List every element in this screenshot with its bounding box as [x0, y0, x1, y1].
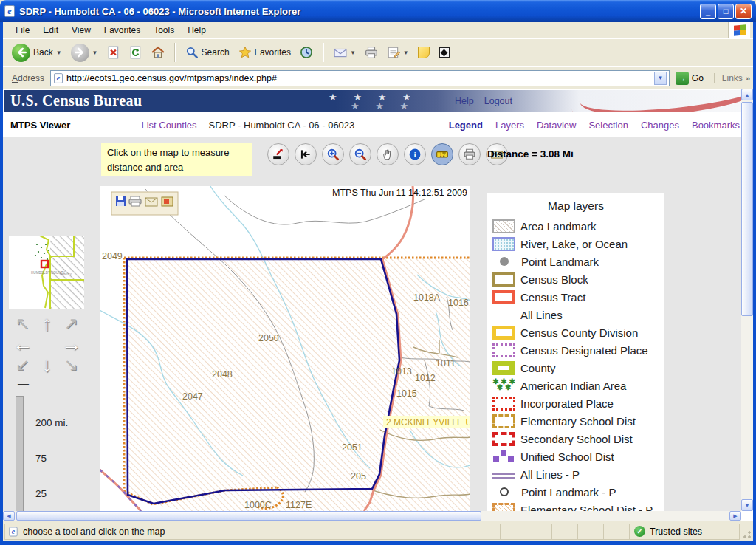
home-button[interactable] — [148, 44, 168, 61]
pan-north-button[interactable]: ↑ — [35, 313, 59, 334]
menu-help[interactable]: Help — [181, 23, 213, 38]
back-icon — [12, 44, 30, 62]
svg-text:i: i — [413, 150, 416, 159]
scroll-right-button[interactable]: ▶ — [729, 511, 741, 521]
pan-south-button[interactable]: ↓ — [35, 354, 59, 375]
current-context: SDRP - Humboldt CA - 06 - 06023 — [209, 120, 355, 131]
toolbar-separator — [323, 43, 324, 62]
nav-link-layers[interactable]: Layers — [495, 120, 524, 131]
address-dropdown-icon[interactable]: ▼ — [654, 72, 667, 85]
email-map-icon[interactable] — [145, 198, 157, 206]
identify-button[interactable]: i — [404, 143, 426, 165]
tract-label: 1012 — [415, 373, 436, 383]
back-button[interactable]: Back ▼ — [9, 42, 65, 64]
nav-link-bookmarks[interactable]: Bookmarks — [692, 120, 740, 131]
address-bar: Address e http://ecots1.geo.census.gov/m… — [3, 66, 753, 89]
mail-button[interactable]: ▼ — [331, 44, 359, 61]
tract-label: 2050 — [258, 333, 279, 343]
horizontal-scroll-thumb[interactable] — [16, 511, 481, 521]
scroll-left-button[interactable]: ◀ — [3, 511, 15, 521]
pan-west-button[interactable]: ← — [10, 334, 35, 354]
forward-button[interactable]: ▼ — [68, 42, 101, 64]
pan-northeast-button[interactable]: ↗ — [59, 313, 83, 334]
legend-label: Area Landmark — [520, 220, 597, 233]
menu-favorites[interactable]: Favorites — [97, 23, 147, 38]
zoom-out-tick[interactable]: — — [18, 377, 29, 389]
map-canvas[interactable]: 20491018A1016205010111013101220481015204… — [100, 186, 470, 511]
scroll-down-button[interactable]: ▼ — [741, 499, 753, 511]
vertical-scroll-thumb[interactable] — [741, 102, 753, 316]
legend-item: Secondary School Dist — [487, 430, 664, 448]
history-button[interactable] — [297, 44, 316, 61]
pan-east-button[interactable]: → — [59, 334, 83, 354]
instruction-box: Click on the map to measure distance and… — [101, 143, 252, 176]
census-banner: ★ ★ ★ ★ ★ ★ ★ U.S. Census Bureau Help Lo… — [4, 90, 741, 112]
sw-block-swatch — [492, 272, 515, 287]
close-button[interactable]: ✕ — [735, 4, 752, 19]
sw-ccd-swatch — [492, 326, 515, 340]
back-dropdown-icon[interactable]: ▼ — [56, 49, 62, 56]
nav-link-selection[interactable]: Selection — [588, 120, 628, 131]
browser-window: e SDRP - Humboldt CA - 06 - 06023 - Micr… — [0, 0, 756, 545]
pan-southeast-button[interactable]: ↘ — [59, 354, 83, 375]
nav-link-dataview[interactable]: Dataview — [537, 120, 576, 131]
legend-label: River, Lake, or Ocean — [520, 238, 628, 250]
pan-southwest-button[interactable]: ↙ — [10, 354, 35, 375]
zoom-scale-track[interactable] — [16, 396, 24, 511]
sw-area-swatch — [492, 219, 515, 233]
legend-label: American Indian Area — [520, 380, 626, 392]
measure-button[interactable]: 1 2 — [431, 143, 453, 165]
overview-map[interactable]: HUMBOLDT COUNTY TRINITY — [9, 236, 84, 309]
stop-button[interactable] — [104, 44, 123, 61]
pan-button[interactable] — [377, 143, 399, 165]
menu-edit[interactable]: Edit — [36, 23, 65, 38]
horizontal-scrollbar[interactable]: ◀ ▶ — [3, 511, 741, 521]
pan-northwest-button[interactable]: ↖ — [10, 313, 35, 334]
save-map-icon[interactable] — [116, 196, 126, 206]
scale-label-200mi[interactable]: 200 mi. — [35, 417, 68, 428]
legend-label: Point Landmark — [521, 256, 599, 268]
svg-text:2 MCKINLEYVILLE UN: 2 MCKINLEYVILLE UN — [386, 417, 470, 428]
menu-file[interactable]: File — [9, 23, 36, 38]
search-button[interactable]: Search — [182, 44, 233, 61]
menu-tools[interactable]: Tools — [147, 23, 181, 38]
nav-link-legend[interactable]: Legend — [449, 120, 483, 131]
minimize-button[interactable]: _ — [700, 4, 716, 19]
nav-link-changes[interactable]: Changes — [641, 120, 679, 131]
forward-dropdown-icon[interactable]: ▼ — [92, 49, 98, 56]
status-bar: e choose a tool and click on the map ✓ T… — [3, 521, 753, 541]
print-button[interactable] — [362, 44, 381, 61]
edit-button[interactable]: ▼ — [384, 44, 412, 61]
previous-extent-button[interactable] — [295, 143, 317, 165]
list-counties-link[interactable]: List Counties — [141, 120, 196, 131]
zoom-in-button[interactable] — [322, 143, 344, 165]
sticky-note-button[interactable] — [415, 45, 433, 60]
menu-items: FileEditViewFavoritesToolsHelp — [9, 25, 213, 35]
scale-label-25[interactable]: 25 — [35, 488, 47, 499]
legend-item: Elementary School Dist - P — [487, 501, 664, 511]
links-menu[interactable]: Links » — [714, 73, 750, 83]
scale-label-75[interactable]: 75 — [35, 453, 47, 464]
legend-item: Incorporated Place — [487, 394, 664, 412]
go-button[interactable]: → Go — [670, 72, 709, 85]
map-print-button[interactable] — [458, 143, 481, 165]
logout-link[interactable]: Logout — [484, 96, 512, 106]
tract-label: 1016 — [448, 298, 469, 308]
help-link[interactable]: Help — [455, 96, 474, 106]
menu-view[interactable]: View — [65, 23, 97, 38]
favorites-button[interactable]: Favorites — [236, 44, 294, 61]
refresh-button[interactable] — [126, 44, 145, 61]
export-map-icon[interactable] — [162, 197, 173, 206]
zoom-initial-extent-button[interactable] — [267, 143, 289, 165]
maximize-button[interactable]: □ — [718, 4, 734, 19]
vertical-scrollbar[interactable]: ▲ ▼ — [741, 89, 753, 511]
address-input[interactable]: e http://ecots1.geo.census.gov/mtpsmaps/… — [50, 70, 670, 86]
zoom-out-button[interactable] — [349, 143, 371, 165]
mail-dropdown-icon[interactable]: ▼ — [350, 49, 356, 56]
edit-dropdown-icon[interactable]: ▼ — [403, 49, 409, 56]
scroll-up-button[interactable]: ▲ — [741, 89, 753, 100]
resize-grip[interactable] — [740, 524, 752, 540]
diamond-tool-button[interactable] — [436, 45, 453, 60]
app-nav-bar: MTPS Viewer List Counties SDRP - Humbold… — [4, 112, 741, 137]
legend-item: Point Landmark - P — [487, 483, 664, 501]
